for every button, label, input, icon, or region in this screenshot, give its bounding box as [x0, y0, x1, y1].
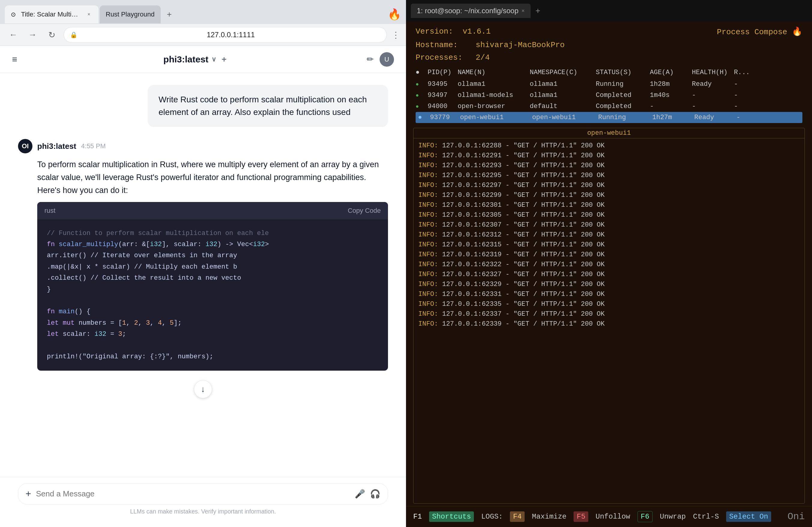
code-line-12: println!("Original array: {:?}", numbers…: [47, 351, 378, 362]
log-line: INFO: 127.0.0.1:62339 - "GET / HTTP/1.1"…: [418, 319, 800, 329]
row-health-2: -: [692, 92, 734, 99]
processes-row: Processes: 2/4: [416, 51, 802, 64]
browser-tab-active[interactable]: ⊙ Title: Scalar Multiply Arr... ×: [5, 5, 99, 24]
user-message-text: Write Rust code to perform scalar multip…: [159, 95, 367, 117]
f4-key: F4: [510, 511, 525, 522]
copy-code-button[interactable]: Copy Code: [348, 207, 381, 214]
f6-key: F6: [638, 511, 653, 522]
log-line: INFO: 127.0.0.1:62312 - "GET / HTTP/1.1"…: [418, 230, 800, 240]
select-on-label[interactable]: Select On: [726, 511, 771, 522]
logs-label: LOGS:: [481, 513, 503, 521]
shortcuts-label[interactable]: Shortcuts: [429, 511, 474, 522]
log-line: INFO: 127.0.0.1:62319 - "GET / HTTP/1.1"…: [418, 250, 800, 260]
edit-icon[interactable]: ✏: [367, 54, 374, 64]
add-model-button[interactable]: +: [222, 55, 227, 64]
log-line: INFO: 127.0.0.1:62293 - "GET / HTTP/1.1"…: [418, 161, 800, 170]
scroll-down-container: ↓: [18, 380, 388, 398]
process-compose-title: Process Compose: [717, 28, 787, 36]
log-line: INFO: 127.0.0.1:62305 - "GET / HTTP/1.1"…: [418, 210, 800, 220]
hamburger-menu[interactable]: ≡: [12, 54, 17, 64]
refresh-button[interactable]: ↻: [44, 28, 59, 42]
terminal-new-tab-button[interactable]: +: [533, 4, 542, 18]
processes-value: 2/4: [476, 51, 490, 64]
address-bar-row: ← → ↻ 🔒 127.0.0.1:1111 ⋮: [0, 24, 406, 46]
log-line: INFO: 127.0.0.1:62337 - "GET / HTTP/1.1"…: [418, 309, 800, 319]
log-line: INFO: 127.0.0.1:62327 - "GET / HTTP/1.1"…: [418, 270, 800, 280]
log-line: INFO: 127.0.0.1:62291 - "GET / HTTP/1.1"…: [418, 151, 800, 161]
row-namespace-1: ollama1: [530, 80, 596, 88]
input-plus-button[interactable]: +: [26, 488, 31, 499]
terminal-panel: 1: root@soop: ~/nix.config/soop × + Vers…: [406, 0, 812, 527]
scroll-down-button[interactable]: ↓: [194, 380, 212, 398]
code-line-6: }: [47, 284, 378, 295]
header-icons: ✏ U: [367, 52, 394, 66]
f1-key: F1: [413, 513, 422, 521]
row-age-4: 1h27m: [652, 114, 694, 121]
code-line-5: .collect() // Collect the result into a …: [47, 272, 378, 284]
table-row[interactable]: ● 93497 ollama1-models ollama1 Completed…: [416, 90, 802, 101]
col-header-health: HEALTH(H): [692, 69, 734, 76]
log-line: INFO: 127.0.0.1:62315 - "GET / HTTP/1.1"…: [418, 240, 800, 250]
terminal-tab-active[interactable]: 1: root@soop: ~/nix.config/soop ×: [411, 4, 531, 18]
row-age-2: 1m40s: [650, 92, 692, 99]
row-health-3: -: [692, 103, 734, 110]
model-name: phi3:latest: [163, 54, 208, 64]
browser-tab-inactive[interactable]: Rust Playground: [100, 5, 161, 24]
headphone-icon[interactable]: 🎧: [370, 489, 380, 499]
processes-label: Processes:: [416, 51, 476, 64]
row-health-4: Ready: [694, 114, 736, 121]
tab-close-1[interactable]: ×: [85, 11, 92, 18]
pc-title-row: Process Compose 🔥: [717, 26, 802, 36]
browser-chrome: ⊙ Title: Scalar Multiply Arr... × Rust P…: [0, 0, 406, 46]
row-name-3: open-browser: [458, 103, 530, 110]
code-line-10: let scalar: i32 = 3;: [47, 329, 378, 340]
code-line-7: [47, 295, 378, 306]
terminal-content: Version: v1.6.1 Process Compose 🔥 Hostna…: [406, 21, 812, 527]
assistant-logo-text: OI: [21, 142, 29, 150]
address-bar[interactable]: 🔒 127.0.0.1:1111: [64, 27, 387, 43]
chat-header: ≡ phi3:latest ∨ + ✏ U: [0, 46, 406, 73]
terminal-tab-close[interactable]: ×: [522, 8, 525, 14]
user-bubble: Write Rust code to perform scalar multip…: [148, 85, 388, 127]
unfollow-label[interactable]: Unfollow: [595, 513, 630, 521]
terminal-bottom-bar: F1 Shortcuts LOGS: F4 Maximize F5 Unfoll…: [406, 506, 812, 527]
version-label: Version:: [416, 27, 453, 36]
table-row[interactable]: ● 93495 ollama1 ollama1 Running 1h28m Re…: [416, 79, 802, 90]
ctrl-s-label: Ctrl-S: [693, 513, 719, 521]
code-line-2: fn scalar_multiply(arr: &[i32], scalar: …: [47, 239, 378, 250]
col-header-name: NAME(N): [458, 69, 530, 76]
message-input[interactable]: [36, 489, 350, 498]
tab-favicon-1: ⊙: [11, 11, 18, 18]
pc-header-row: Version: v1.6.1 Process Compose 🔥: [416, 26, 802, 36]
microphone-icon[interactable]: 🎤: [354, 489, 365, 499]
code-line-3: arr.iter() // Iterate over elements in t…: [47, 250, 378, 261]
row-namespace-2: ollama1: [530, 92, 596, 99]
table-row-selected[interactable]: ● 93779 open-webui1 open-webui1 Running …: [416, 112, 802, 123]
unwrap-label[interactable]: Unwrap: [660, 513, 685, 521]
row-name-2: ollama1-models: [458, 92, 530, 99]
assistant-message: OI phi3:latest 4:55 PM To perform scalar…: [18, 139, 388, 398]
version-value: v1.6.1: [462, 27, 491, 36]
log-line: INFO: 127.0.0.1:62322 - "GET / HTTP/1.1"…: [418, 260, 800, 270]
log-line: INFO: 127.0.0.1:62331 - "GET / HTTP/1.1"…: [418, 289, 800, 299]
browser-menu-dots[interactable]: ⋮: [392, 30, 400, 40]
back-button[interactable]: ←: [6, 28, 20, 42]
row-name-1: ollama1: [458, 80, 530, 88]
log-line: INFO: 127.0.0.1:62295 - "GET / HTTP/1.1"…: [418, 170, 800, 180]
model-selector[interactable]: phi3:latest ∨ +: [24, 54, 367, 64]
log-line: INFO: 127.0.0.1:62297 - "GET / HTTP/1.1"…: [418, 180, 800, 190]
maximize-label[interactable]: Maximize: [532, 513, 566, 521]
chat-input-row: + 🎤 🎧: [18, 483, 388, 505]
tab-title-1: Title: Scalar Multiply Arr...: [21, 11, 81, 18]
pc-version-row: Version: v1.6.1: [416, 27, 491, 36]
chat-disclaimer: LLMs can make mistakes. Verify important…: [18, 508, 388, 515]
terminal-tab-label: 1: root@soop: ~/nix.config/soop: [417, 6, 519, 15]
code-line-8: fn main() {: [47, 306, 378, 317]
assistant-text: To perform scalar multiplication in Rust…: [18, 158, 388, 197]
log-panel-title: open-webui1: [414, 128, 804, 138]
row-r-3: -: [734, 103, 802, 110]
forward-button[interactable]: →: [25, 28, 40, 42]
code-line-9: let mut numbers = [1, 2, 3, 4, 5];: [47, 317, 378, 329]
new-tab-button[interactable]: +: [162, 7, 177, 22]
table-row[interactable]: ● 94000 open-browser default Completed -…: [416, 101, 802, 112]
